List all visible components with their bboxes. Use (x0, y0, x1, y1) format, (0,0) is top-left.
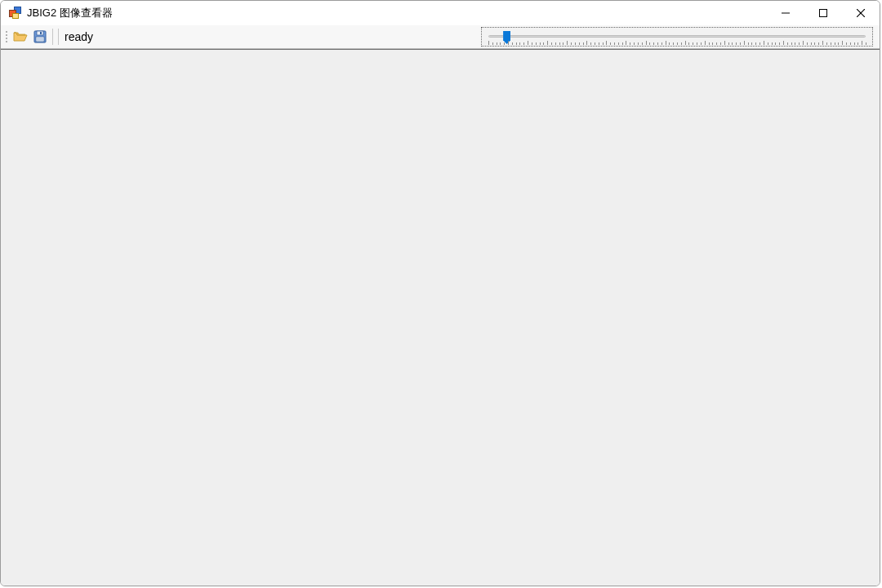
status-label: ready (65, 30, 93, 43)
save-icon (33, 30, 47, 43)
open-button[interactable] (11, 27, 30, 47)
folder-open-icon (13, 30, 28, 43)
minimize-button[interactable] (767, 1, 804, 25)
slider-ticks (488, 41, 866, 45)
close-button[interactable] (842, 1, 880, 25)
maximize-icon (819, 9, 827, 17)
svg-rect-6 (40, 32, 42, 34)
minimize-icon (782, 9, 790, 17)
app-window: JBIG2 图像查看器 (0, 0, 880, 586)
image-viewport[interactable] (1, 49, 880, 586)
window-title: JBIG2 图像查看器 (27, 6, 113, 20)
svg-rect-1 (820, 10, 827, 17)
svg-rect-7 (36, 37, 44, 42)
maximize-button[interactable] (804, 1, 842, 25)
close-icon (857, 9, 865, 17)
slider-track (488, 35, 866, 38)
titlebar[interactable]: JBIG2 图像查看器 (1, 1, 880, 25)
toolbar-separator (58, 29, 59, 45)
save-button[interactable] (30, 27, 50, 47)
toolbar-separator (52, 29, 53, 45)
window-controls (767, 1, 880, 25)
toolbar-grip[interactable] (4, 29, 9, 44)
toolbar: ready (1, 25, 880, 49)
app-icon (9, 7, 22, 20)
zoom-slider[interactable] (481, 27, 873, 47)
